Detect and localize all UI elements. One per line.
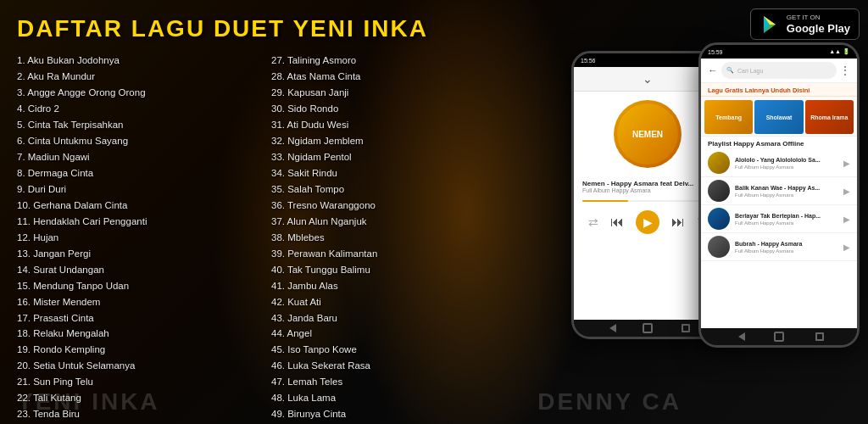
list-item: 15. Mendung Tanpo Udan [17,278,254,294]
list-item: 37. Alun Alun Nganjuk [271,214,509,230]
right-panel: GET IT ON Google Play 15:56 🔋 ⌄ NEMEN [526,0,868,424]
song-artist: Full Album Happy Asmara [735,192,838,198]
progress-bar-bg [582,200,713,202]
nav-back-front-icon[interactable] [732,331,744,343]
list-item: 6. Cinta Untukmu Sayang [17,133,254,149]
song-thumbnail [708,236,730,258]
get-it-on-text: GET IT ON [787,14,850,22]
signal-icons: ▲▲ 🔋 [829,48,850,55]
song-name: Balik Kanan Wae - Happy As... [735,184,838,192]
list-item: 2. Aku Ra Mundur [17,69,254,85]
list-item: 46. Luka Sekerat Rasa [271,358,509,374]
list-item: 34. Sakit Rindu [271,165,509,181]
list-item: 22. Tali Kutang [17,390,254,406]
play-song-icon[interactable]: ▶ [843,215,850,224]
nav-home-front-icon[interactable] [773,331,785,343]
search-placeholder: Cari Lagu [737,68,763,74]
song-artist: Full Album Happy Asmara [735,248,838,254]
next-icon[interactable]: ⏭ [671,215,685,230]
list-item: 7. Madiun Ngawi [17,149,254,165]
list-item: 1. Aku Bukan Jodohnya [17,53,254,69]
shuffle-icon[interactable]: ⇄ [588,215,598,229]
list-item: 20. Setia Untuk Selamanya [17,358,254,374]
song-column-right: 27. Talining Asmoro28. Atas Nama Cinta29… [271,53,509,424]
list-item: 8. Dermaga Cinta [17,165,254,181]
list-item: 29. Kapusan Janji [271,85,509,101]
prev-icon[interactable]: ⏮ [610,215,624,230]
nav-back-icon[interactable] [604,322,615,334]
list-item: 23. Tenda Biru [17,406,254,422]
status-bar-front: 15:59 ▲▲ 🔋 [701,45,857,59]
list-item: 44. Angel [271,326,509,342]
nav-recent-icon[interactable] [680,322,692,334]
progress-bar-fill [582,200,628,202]
ad-banner: Tembang Sholawat Rhoma Irama [701,97,857,137]
song-name: Bubrah - Happy Asmara [735,240,838,248]
list-item: 16. Mister Mendem [17,294,254,310]
song-name: Berlayar Tak Bertepian - Hap... [735,212,838,220]
list-item: 48. Luka Lama [271,390,509,406]
list-item: 39. Perawan Kalimantan [271,246,509,262]
list-item: 9. Duri Duri [17,181,254,198]
list-item: 19. Rondo Kempling [17,342,254,358]
list-item: 4. Cidro 2 [17,101,254,117]
list-item: 11. Hendaklah Cari Pengganti [17,214,254,230]
song-info: Balik Kanan Wae - Happy As... Full Album… [735,184,838,197]
list-item: 31. Ati Dudu Wesi [271,117,509,133]
list-item: 49. Birunya Cinta [271,406,509,422]
list-item: 33. Ngidam Pentol [271,149,509,165]
google-play-badge[interactable]: GET IT ON Google Play [750,8,860,40]
nav-recent-front-icon[interactable] [814,331,826,343]
list-item: 40. Tak Tunggu Balimu [271,262,509,278]
google-play-text: GET IT ON Google Play [787,14,850,35]
nav-home-icon[interactable] [642,322,654,334]
list-item: 18. Relaku Mengalah [17,326,254,342]
album-art-inner: NEMEN [617,103,678,165]
phone-bottom-bar-front [701,328,857,345]
google-play-icon [760,14,780,35]
page-title: DAFTAR LAGU DUET YENI INKA [17,15,509,42]
search-bar[interactable]: 🔍 Cari Lagu [721,62,837,79]
time-back: 15:56 [581,58,596,64]
list-item: 41. Jambu Alas [271,278,509,294]
list-item: 43. Janda Baru [271,310,509,326]
playlist-item[interactable]: Balik Kanan Wae - Happy As... Full Album… [701,177,857,205]
player-album: Full Album Happy Asmara [582,187,713,193]
store-name-text: Google Play [787,22,850,36]
song-artist: Full Album Happy Asmara [735,165,838,170]
more-options-icon[interactable]: ⋮ [840,64,850,76]
ad-sholawat[interactable]: Sholawat [754,100,803,134]
list-item: 3. Angge Angge Orong Orong [17,85,254,101]
playlist-item[interactable]: Alololo - Yang Alololololo Sa... Full Al… [701,149,857,177]
play-song-icon[interactable]: ▶ [843,159,850,168]
playlist-item[interactable]: Bubrah - Happy Asmara Full Album Happy A… [701,233,857,261]
play-button[interactable]: ▶ [636,210,659,234]
list-item: 35. Salah Tompo [271,181,509,198]
play-song-icon[interactable]: ▶ [843,187,850,196]
song-info: Bubrah - Happy Asmara Full Album Happy A… [735,240,838,253]
song-name: Alololo - Yang Alololololo Sa... [735,156,838,164]
ad-tembang[interactable]: Tembang [704,100,753,134]
list-item: 21. Sun Ping Telu [17,374,254,390]
song-list-panel: DAFTAR LAGU DUET YENI INKA 1. Aku Bukan … [0,0,526,424]
search-icon: 🔍 [726,67,734,74]
song-column-left: 1. Aku Bukan Jodohnya2. Aku Ra Mundur3. … [17,53,254,424]
ad-rhoma[interactable]: Rhoma Irama [805,100,854,134]
list-item: 42. Kuat Ati [271,294,509,310]
playlist-item[interactable]: Berlayar Tak Bertepian - Hap... Full Alb… [701,205,857,233]
list-item: 17. Prasasti Cinta [17,310,254,326]
song-thumbnail [708,152,730,174]
back-arrow-icon[interactable]: ← [708,64,718,76]
album-art: NEMEN [614,100,682,168]
list-item: 28. Atas Nama Cinta [271,69,509,85]
list-item: 27. Talining Asmoro [271,53,509,69]
song-artist: Full Album Happy Asmara [735,220,838,226]
list-item: 10. Gerhana Dalam Cinta [17,198,254,214]
song-info: Berlayar Tak Bertepian - Hap... Full Alb… [735,212,838,225]
playlist-items: Alololo - Yang Alololololo Sa... Full Al… [701,149,857,328]
player-song-title: Nemen - Happy Asmara feat Delv... [582,180,713,187]
play-song-icon[interactable]: ▶ [843,243,850,252]
playlist-section-title: Playlist Happy Asmara Offline [701,137,857,149]
song-thumbnail [708,208,730,230]
list-item: 13. Jangan Pergi [17,246,254,262]
